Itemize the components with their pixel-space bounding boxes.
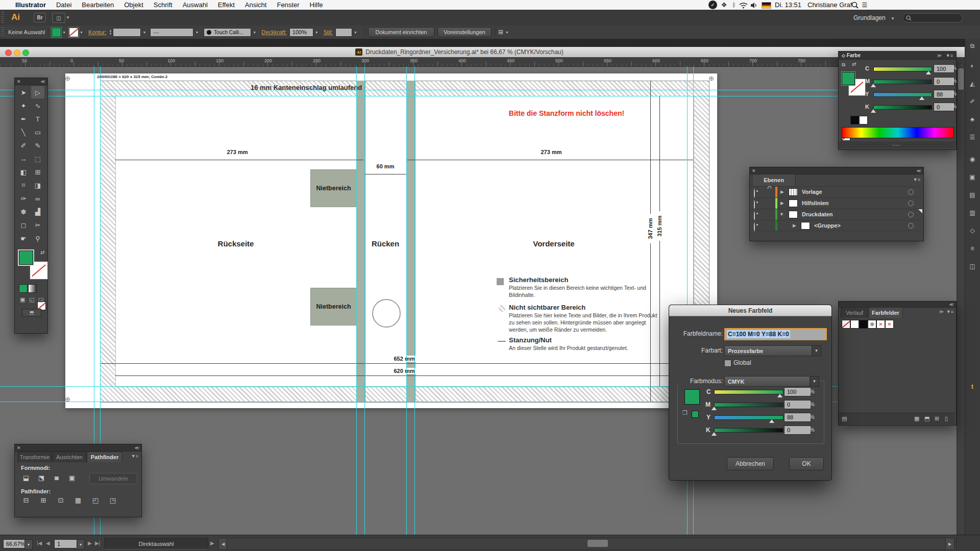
horizontal-scrollbar-thumb[interactable] [587, 540, 608, 547]
screen-mode-button[interactable]: ⬒ [22, 309, 41, 317]
panel-collapse-icon[interactable]: ≪ [917, 168, 921, 173]
konturen-panel-icon[interactable]: ☰ [966, 131, 979, 143]
magenta-value-field[interactable]: 0 [784, 400, 811, 409]
arrange-documents-icon[interactable]: ◫ [52, 13, 65, 23]
yellow-slider-thumb[interactable] [769, 419, 774, 423]
artboard-dropdown-icon[interactable]: ▼ [77, 539, 85, 549]
cyan-value-field[interactable]: 100 [934, 64, 954, 73]
lasso-tool[interactable]: ∿ [31, 99, 44, 112]
gamut-cube-icon[interactable]: ❒ [682, 410, 688, 416]
menu-hilfe[interactable]: Hilfe [305, 0, 328, 10]
swatch-pattern[interactable]: ✕ [885, 320, 894, 329]
selection-tool[interactable]: ➤ [17, 86, 30, 98]
preferences-button[interactable]: Voreinstellungen [437, 27, 492, 37]
black-slider[interactable] [714, 428, 783, 433]
slice-tool[interactable]: ✂ [31, 219, 44, 231]
swatch-registration[interactable]: ⊕ [868, 320, 876, 329]
mesh-tool[interactable]: ⌗ [17, 179, 30, 191]
tab-pathfinder[interactable]: Pathfinder [87, 452, 122, 462]
style-label[interactable]: Stil: [324, 29, 333, 35]
free-transform-tool[interactable]: ⬚ [31, 153, 44, 165]
artboard-tool[interactable]: ◻ [17, 219, 30, 231]
dialog-title-bar[interactable]: Neues Farbfeld [669, 305, 831, 316]
horizontal-scrollbar[interactable] [227, 538, 946, 550]
symbol-sprayer-tool[interactable]: ✽ [17, 206, 30, 218]
farbe-panel-title[interactable]: ⬦ Farbe [842, 53, 861, 59]
swatch-white[interactable] [850, 320, 859, 329]
menu-effekt[interactable]: Effekt [213, 0, 240, 10]
opacity-arrow-icon[interactable]: ▼ [315, 31, 318, 34]
menu-datei[interactable]: Datei [51, 0, 77, 10]
cancel-button[interactable]: Abbrechen [727, 457, 774, 470]
divide-button[interactable]: ⊟ [21, 495, 31, 505]
swatch-name-input[interactable]: C=100 M=0 Y=88 K=0 [724, 328, 827, 340]
layer-name[interactable]: <Gruppe> [814, 222, 841, 229]
panel-close-icon[interactable]: ✕ [752, 168, 756, 173]
swatch-black[interactable] [859, 320, 868, 329]
swatch-kinds-icon[interactable]: ▦ [914, 415, 919, 422]
color-mode-button[interactable] [19, 284, 28, 293]
swatch-pattern[interactable]: ✕ [876, 320, 885, 329]
perspective-grid-tool[interactable]: ⊞ [31, 166, 44, 178]
color-spectrum-bar[interactable] [842, 127, 954, 138]
resize-corner[interactable] [957, 535, 980, 551]
menu-objekt[interactable]: Objekt [119, 0, 149, 10]
layer-expand-icon[interactable]: ▶ [780, 201, 784, 206]
toolbar-fill-swatch[interactable] [19, 251, 33, 265]
intersect-button[interactable]: ◙ [52, 473, 62, 482]
layer-row-selected[interactable]: ▼ Druckdaten [750, 209, 922, 220]
pathfinder-panel-icon[interactable]: ◫ [966, 260, 979, 272]
german-flag-icon[interactable] [762, 2, 771, 9]
menu-user[interactable]: Christiane Graf [807, 1, 852, 9]
zeichenflaechen-panel-icon[interactable]: ▥ [966, 207, 979, 219]
draw-behind-icon[interactable]: ◱ [29, 296, 34, 303]
profile-arrow-icon[interactable]: ▼ [195, 31, 199, 34]
close-button[interactable] [5, 49, 12, 56]
scroll-right-button[interactable]: ▶ [945, 538, 954, 550]
zoom-dropdown-icon[interactable]: ▼ [24, 539, 33, 549]
crop-button[interactable]: ▦ [73, 495, 83, 505]
cyan-slider-thumb[interactable] [777, 394, 782, 397]
verlauf-panel-icon[interactable]: ◭ [966, 78, 979, 90]
umwandeln-button[interactable]: Umwandeln [89, 473, 137, 484]
layer-expand-icon[interactable]: ▶ [780, 189, 784, 194]
vertical-scrollbar-thumb[interactable] [958, 68, 964, 90]
hand-tool[interactable]: ☛ [17, 232, 30, 244]
yellow-slider-thumb[interactable] [919, 96, 924, 100]
direct-selection-tool[interactable]: ▷ [31, 86, 44, 98]
swatch-libraries-icon[interactable]: ▤ [842, 415, 847, 422]
magenta-value-field[interactable]: 0 [934, 77, 954, 86]
dropbox-icon[interactable]: ❖ [720, 1, 728, 9]
cyan-value-field[interactable]: 100 [784, 387, 811, 396]
paintbrush-tool[interactable]: ✐ [17, 139, 30, 152]
workspace-switcher[interactable]: Grundlagen [853, 14, 886, 21]
black-swatch[interactable] [850, 116, 859, 124]
white-swatch[interactable] [859, 116, 868, 124]
magenta-slider-thumb[interactable] [871, 84, 876, 87]
stroke-weight-label[interactable]: Kontur: [88, 29, 106, 35]
layer-name[interactable]: Vorlage [802, 189, 822, 195]
black-value-field[interactable]: 0 [934, 103, 954, 111]
minimize-button[interactable] [14, 49, 20, 56]
search-input[interactable] [902, 13, 963, 22]
menu-illustrator[interactable]: Illustrator [10, 0, 51, 10]
prev-artboard-icon[interactable]: ◀ [46, 540, 50, 546]
opacity-label[interactable]: Deckkraft: [261, 29, 287, 35]
fill-arrow-icon[interactable]: ▼ [62, 31, 66, 34]
minus-back-button[interactable]: ◳ [108, 495, 118, 505]
swatch-none[interactable] [842, 320, 850, 329]
black-slider-thumb[interactable] [712, 432, 717, 436]
trim-button[interactable]: ⊞ [38, 495, 48, 505]
farbe-panel-icon[interactable]: ◐ [966, 60, 979, 72]
panel-collapse-icon[interactable]: ≪ [135, 445, 139, 450]
draw-inside-icon[interactable]: ◲ [38, 296, 43, 303]
layer-collapse-icon[interactable]: ▼ [779, 212, 784, 217]
tab-transformieren[interactable]: Transformie [17, 452, 52, 462]
vertical-scrollbar[interactable] [957, 66, 965, 535]
layer-thumbnail[interactable] [789, 188, 798, 196]
menu-fenster[interactable]: Fenster [272, 0, 304, 10]
tab-ebenen[interactable]: Ebenen [752, 174, 796, 186]
magenta-slider-thumb[interactable] [712, 407, 717, 410]
outline-button[interactable]: ◰ [90, 495, 101, 505]
black-value-field[interactable]: 0 [784, 425, 811, 435]
